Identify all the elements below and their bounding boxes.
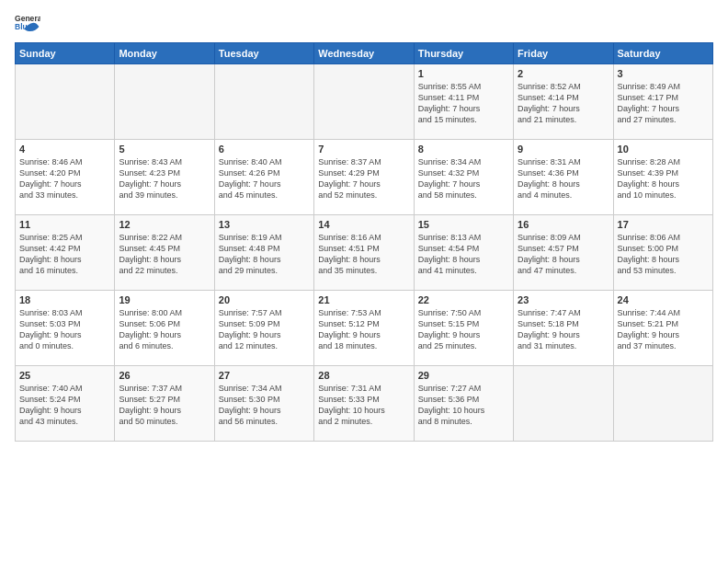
calendar-cell: 7Sunrise: 8:37 AM Sunset: 4:29 PM Daylig… <box>314 140 414 215</box>
calendar-cell: 2Sunrise: 8:52 AM Sunset: 4:14 PM Daylig… <box>514 64 613 140</box>
day-info: Sunrise: 8:16 AM Sunset: 4:51 PM Dayligh… <box>318 232 409 277</box>
calendar-cell: 25Sunrise: 7:40 AM Sunset: 5:24 PM Dayli… <box>16 366 115 442</box>
calendar-cell: 5Sunrise: 8:43 AM Sunset: 4:23 PM Daylig… <box>115 140 214 215</box>
weekday-header-friday: Friday <box>514 43 613 64</box>
calendar-cell: 19Sunrise: 8:00 AM Sunset: 5:06 PM Dayli… <box>115 291 214 366</box>
day-number: 25 <box>19 370 110 381</box>
calendar-cell: 21Sunrise: 7:53 AM Sunset: 5:12 PM Dayli… <box>314 291 414 366</box>
day-number: 28 <box>318 370 409 381</box>
calendar-cell: 16Sunrise: 8:09 AM Sunset: 4:57 PM Dayli… <box>514 215 613 291</box>
day-info: Sunrise: 8:52 AM Sunset: 4:14 PM Dayligh… <box>518 81 609 126</box>
day-number: 27 <box>219 370 310 381</box>
day-info: Sunrise: 7:34 AM Sunset: 5:30 PM Dayligh… <box>219 383 310 428</box>
day-info: Sunrise: 7:44 AM Sunset: 5:21 PM Dayligh… <box>618 307 709 352</box>
day-info: Sunrise: 8:43 AM Sunset: 4:23 PM Dayligh… <box>119 156 210 201</box>
day-number: 13 <box>219 219 310 230</box>
calendar-cell: 28Sunrise: 7:31 AM Sunset: 5:33 PM Dayli… <box>314 366 414 442</box>
day-info: Sunrise: 8:31 AM Sunset: 4:36 PM Dayligh… <box>518 156 609 201</box>
day-number: 4 <box>19 144 110 155</box>
weekday-header-sunday: Sunday <box>16 43 115 64</box>
calendar-cell <box>514 366 613 442</box>
day-number: 26 <box>119 370 210 381</box>
calendar-cell: 13Sunrise: 8:19 AM Sunset: 4:48 PM Dayli… <box>214 215 313 291</box>
day-info: Sunrise: 8:28 AM Sunset: 4:39 PM Dayligh… <box>618 156 709 201</box>
week-row-1: 1Sunrise: 8:55 AM Sunset: 4:11 PM Daylig… <box>16 64 713 140</box>
calendar-cell: 15Sunrise: 8:13 AM Sunset: 4:54 PM Dayli… <box>414 215 513 291</box>
calendar-cell: 17Sunrise: 8:06 AM Sunset: 5:00 PM Dayli… <box>613 215 712 291</box>
day-number: 15 <box>418 219 509 230</box>
calendar-cell: 24Sunrise: 7:44 AM Sunset: 5:21 PM Dayli… <box>613 291 712 366</box>
svg-text:Blue: Blue <box>15 22 32 31</box>
day-number: 22 <box>418 294 509 305</box>
weekday-header-saturday: Saturday <box>613 43 712 64</box>
weekday-header-thursday: Thursday <box>414 43 513 64</box>
day-info: Sunrise: 8:00 AM Sunset: 5:06 PM Dayligh… <box>119 307 210 352</box>
day-info: Sunrise: 7:53 AM Sunset: 5:12 PM Dayligh… <box>318 307 409 352</box>
day-info: Sunrise: 8:03 AM Sunset: 5:03 PM Dayligh… <box>19 307 110 352</box>
day-info: Sunrise: 8:37 AM Sunset: 4:29 PM Dayligh… <box>318 156 409 201</box>
logo: General Blue <box>15 11 44 37</box>
calendar: SundayMondayTuesdayWednesdayThursdayFrid… <box>15 42 713 442</box>
day-number: 11 <box>19 219 110 230</box>
calendar-cell: 11Sunrise: 8:25 AM Sunset: 4:42 PM Dayli… <box>16 215 115 291</box>
day-number: 8 <box>418 144 509 155</box>
day-number: 29 <box>418 370 509 381</box>
weekday-header-wednesday: Wednesday <box>314 43 414 64</box>
day-number: 19 <box>119 294 210 305</box>
day-info: Sunrise: 7:37 AM Sunset: 5:27 PM Dayligh… <box>119 383 210 428</box>
calendar-cell: 27Sunrise: 7:34 AM Sunset: 5:30 PM Dayli… <box>214 366 313 442</box>
calendar-cell <box>214 64 313 140</box>
day-info: Sunrise: 7:40 AM Sunset: 5:24 PM Dayligh… <box>19 383 110 428</box>
day-number: 20 <box>219 294 310 305</box>
day-number: 1 <box>418 68 509 79</box>
day-info: Sunrise: 7:27 AM Sunset: 5:36 PM Dayligh… <box>418 383 509 428</box>
calendar-cell <box>115 64 214 140</box>
page: General Blue SundayMondayTuesdayWednesda… <box>0 0 728 449</box>
logo-icon: General Blue <box>15 11 40 37</box>
day-info: Sunrise: 8:55 AM Sunset: 4:11 PM Dayligh… <box>418 81 509 126</box>
day-info: Sunrise: 8:13 AM Sunset: 4:54 PM Dayligh… <box>418 232 509 277</box>
week-row-3: 11Sunrise: 8:25 AM Sunset: 4:42 PM Dayli… <box>16 215 713 291</box>
calendar-cell: 26Sunrise: 7:37 AM Sunset: 5:27 PM Dayli… <box>115 366 214 442</box>
calendar-cell: 29Sunrise: 7:27 AM Sunset: 5:36 PM Dayli… <box>414 366 513 442</box>
day-number: 7 <box>318 144 409 155</box>
calendar-cell: 8Sunrise: 8:34 AM Sunset: 4:32 PM Daylig… <box>414 140 513 215</box>
calendar-cell: 3Sunrise: 8:49 AM Sunset: 4:17 PM Daylig… <box>613 64 712 140</box>
day-info: Sunrise: 7:57 AM Sunset: 5:09 PM Dayligh… <box>219 307 310 352</box>
day-info: Sunrise: 8:34 AM Sunset: 4:32 PM Dayligh… <box>418 156 509 201</box>
day-number: 5 <box>119 144 210 155</box>
calendar-cell: 22Sunrise: 7:50 AM Sunset: 5:15 PM Dayli… <box>414 291 513 366</box>
calendar-cell <box>314 64 414 140</box>
day-info: Sunrise: 7:47 AM Sunset: 5:18 PM Dayligh… <box>518 307 609 352</box>
day-number: 14 <box>318 219 409 230</box>
day-number: 16 <box>518 219 609 230</box>
day-info: Sunrise: 8:46 AM Sunset: 4:20 PM Dayligh… <box>19 156 110 201</box>
day-info: Sunrise: 8:22 AM Sunset: 4:45 PM Dayligh… <box>119 232 210 277</box>
calendar-cell: 18Sunrise: 8:03 AM Sunset: 5:03 PM Dayli… <box>16 291 115 366</box>
calendar-cell: 1Sunrise: 8:55 AM Sunset: 4:11 PM Daylig… <box>414 64 513 140</box>
day-info: Sunrise: 8:49 AM Sunset: 4:17 PM Dayligh… <box>618 81 709 126</box>
calendar-cell: 9Sunrise: 8:31 AM Sunset: 4:36 PM Daylig… <box>514 140 613 215</box>
day-number: 3 <box>618 68 709 79</box>
calendar-cell: 12Sunrise: 8:22 AM Sunset: 4:45 PM Dayli… <box>115 215 214 291</box>
day-info: Sunrise: 8:25 AM Sunset: 4:42 PM Dayligh… <box>19 232 110 277</box>
day-number: 9 <box>518 144 609 155</box>
calendar-cell: 20Sunrise: 7:57 AM Sunset: 5:09 PM Dayli… <box>214 291 313 366</box>
week-row-5: 25Sunrise: 7:40 AM Sunset: 5:24 PM Dayli… <box>16 366 713 442</box>
day-number: 12 <box>119 219 210 230</box>
calendar-cell: 10Sunrise: 8:28 AM Sunset: 4:39 PM Dayli… <box>613 140 712 215</box>
header: General Blue <box>15 11 713 37</box>
calendar-cell <box>16 64 115 140</box>
day-number: 23 <box>518 294 609 305</box>
day-number: 21 <box>318 294 409 305</box>
day-number: 6 <box>219 144 310 155</box>
day-info: Sunrise: 8:06 AM Sunset: 5:00 PM Dayligh… <box>618 232 709 277</box>
day-number: 10 <box>618 144 709 155</box>
day-info: Sunrise: 8:09 AM Sunset: 4:57 PM Dayligh… <box>518 232 609 277</box>
calendar-cell <box>613 366 712 442</box>
week-row-2: 4Sunrise: 8:46 AM Sunset: 4:20 PM Daylig… <box>16 140 713 215</box>
day-info: Sunrise: 7:31 AM Sunset: 5:33 PM Dayligh… <box>318 383 409 428</box>
week-row-4: 18Sunrise: 8:03 AM Sunset: 5:03 PM Dayli… <box>16 291 713 366</box>
day-number: 18 <box>19 294 110 305</box>
calendar-cell: 23Sunrise: 7:47 AM Sunset: 5:18 PM Dayli… <box>514 291 613 366</box>
